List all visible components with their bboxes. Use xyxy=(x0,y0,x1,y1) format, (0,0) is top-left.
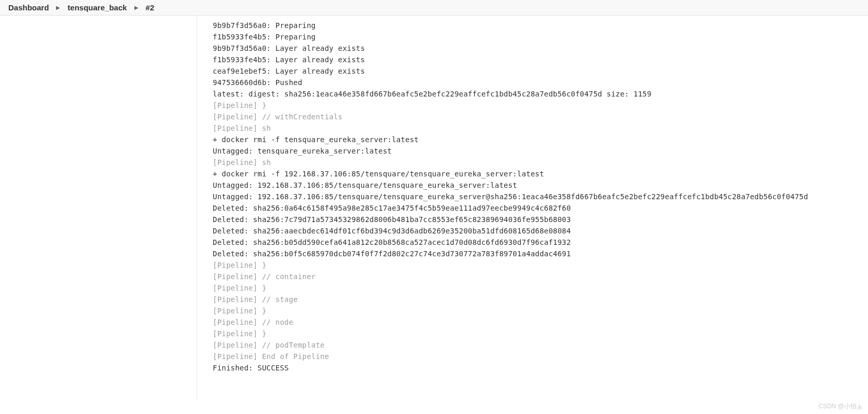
console-line: [Pipeline] // stage xyxy=(213,294,860,305)
console-line: latest: digest: sha256:1eaca46e358fd667b… xyxy=(213,88,860,100)
console-line: Untagged: tensquare_eureka_server:latest xyxy=(213,145,860,157)
console-line: [Pipeline] sh xyxy=(213,122,860,134)
console-line: [Pipeline] // withCredentials xyxy=(213,111,860,122)
console-line: Deleted: sha256:b0f5c685970dcb074f0f7f2d… xyxy=(213,248,860,259)
chevron-right-icon: ▶ xyxy=(134,5,139,10)
console-line: [Pipeline] // container xyxy=(213,271,860,282)
breadcrumb-dashboard[interactable]: Dashboard xyxy=(8,3,49,12)
console-line: 9b9b7f3d56a0: Layer already exists xyxy=(213,43,860,54)
console-line: Deleted: sha256:0a64c6158f495a98e285c17a… xyxy=(213,202,860,214)
console-line: [Pipeline] // node xyxy=(213,316,860,328)
console-line: Deleted: sha256:b05dd590cefa641a812c20b8… xyxy=(213,237,860,248)
console-line: Untagged: 192.168.37.106:85/tensquare/te… xyxy=(213,180,860,191)
chevron-right-icon: ▶ xyxy=(56,5,60,10)
console-line: f1b5933fe4b5: Preparing xyxy=(213,31,860,43)
console-line: Finished: SUCCESS xyxy=(213,362,860,374)
console-line: [Pipeline] } xyxy=(213,100,860,111)
breadcrumb: Dashboard ▶ tensquare_back ▶ #2 xyxy=(0,0,868,16)
left-sidebar xyxy=(0,16,197,399)
console-line: 9b9b7f3d56a0: Preparing xyxy=(213,20,860,31)
breadcrumb-project[interactable]: tensquare_back xyxy=(67,3,127,12)
console-line: [Pipeline] End of Pipeline xyxy=(213,351,860,362)
console-line: Deleted: sha256:aaecbdec614df01cf6bd394c… xyxy=(213,225,860,237)
console-line: Untagged: 192.168.37.106:85/tensquare/te… xyxy=(213,191,860,202)
console-line: [Pipeline] // podTemplate xyxy=(213,339,860,351)
breadcrumb-build[interactable]: #2 xyxy=(146,3,155,12)
console-line: + docker rmi -f tensquare_eureka_server:… xyxy=(213,134,860,145)
console-line: + docker rmi -f 192.168.37.106:85/tensqu… xyxy=(213,168,860,180)
console-line: ceaf9e1ebef5: Layer already exists xyxy=(213,65,860,77)
console-line: f1b5933fe4b5: Layer already exists xyxy=(213,54,860,65)
console-line: [Pipeline] } xyxy=(213,259,860,271)
content-area: 9b9b7f3d56a0: Preparingf1b5933fe4b5: Pre… xyxy=(0,16,868,399)
console-line: [Pipeline] sh xyxy=(213,157,860,168)
console-output[interactable]: 9b9b7f3d56a0: Preparingf1b5933fe4b5: Pre… xyxy=(197,16,868,399)
console-line: 947536660d6b: Pushed xyxy=(213,77,860,88)
console-line: [Pipeline] } xyxy=(213,305,860,316)
console-line: Deleted: sha256:7c79d71a57345329862d8006… xyxy=(213,214,860,225)
console-line: [Pipeline] } xyxy=(213,328,860,339)
console-line: [Pipeline] } xyxy=(213,282,860,294)
